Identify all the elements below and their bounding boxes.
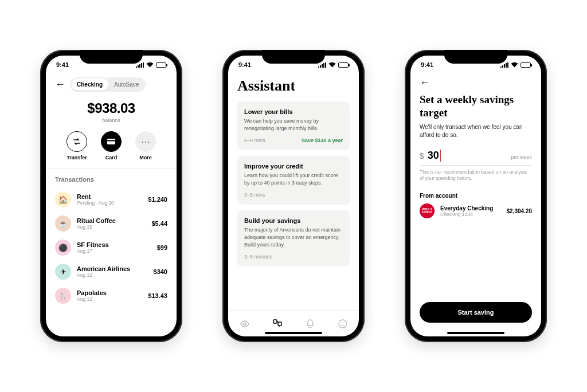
- phone-savings-target: 9:41 ← Set a weekly savings target We'll…: [405, 50, 547, 342]
- transaction-sub: Aug 17: [77, 248, 151, 254]
- home-indicator[interactable]: [265, 332, 322, 334]
- wifi-icon: [328, 62, 336, 68]
- card-time: 6–8 mins: [244, 138, 265, 143]
- transaction-sub: Pending · Aug 20: [77, 200, 142, 206]
- balance-block: $938.03 balance: [55, 100, 167, 123]
- card-icon: [101, 131, 122, 152]
- battery-icon: [521, 62, 531, 68]
- back-arrow-icon[interactable]: ←: [55, 79, 65, 91]
- transaction-row[interactable]: ⚫SF FitnessAug 17$99: [55, 236, 167, 260]
- transaction-icon: ⚫: [55, 240, 71, 256]
- card-desc: Learn how you could lift your credit sco…: [244, 172, 343, 186]
- transaction-name: Papolates: [77, 289, 142, 296]
- card-title: Lower your bills: [244, 108, 343, 115]
- transaction-name: Rent: [77, 193, 142, 200]
- transaction-sub: Aug 12: [77, 296, 142, 302]
- tab-eye-icon[interactable]: [239, 318, 251, 330]
- amount-input-row[interactable]: $ 30 per week: [420, 150, 532, 166]
- transaction-icon: ☕: [55, 215, 71, 232]
- savings-subtitle: We'll only transact when we feel you can…: [420, 123, 532, 139]
- account-balance: $2,304.20: [507, 208, 533, 214]
- back-arrow-icon[interactable]: ←: [420, 77, 430, 89]
- signal-icon: [318, 62, 326, 68]
- card-desc: We can help you save money by renegotiat…: [244, 117, 343, 132]
- battery-icon: [156, 62, 166, 68]
- transaction-amount: $13.43: [148, 292, 167, 299]
- account-row[interactable]: WELLS FARGO Everyday Checking Checking 1…: [420, 203, 532, 218]
- svg-rect-4: [278, 322, 281, 326]
- svg-rect-3: [273, 320, 277, 323]
- transaction-name: American Airlines: [77, 265, 148, 272]
- action-card[interactable]: Card: [101, 131, 122, 160]
- action-card-label: Card: [105, 155, 118, 160]
- status-time: 9:41: [421, 61, 433, 68]
- transaction-row[interactable]: ☕Ritual CoffeeAug 19$5.44: [55, 211, 167, 236]
- account-name: Everyday Checking: [440, 205, 501, 211]
- action-more[interactable]: ⋯ More: [135, 131, 156, 160]
- transaction-icon: 🍴: [55, 288, 71, 304]
- transaction-row[interactable]: 🍴PapolatesAug 12$13.43: [55, 284, 167, 308]
- account-sub: Checking 1234: [440, 211, 501, 217]
- transaction-icon: ✈︎: [55, 264, 71, 280]
- notch: [444, 50, 507, 64]
- action-more-label: More: [139, 155, 152, 160]
- savings-title: Set a weekly savings target: [420, 93, 532, 120]
- card-title: Build your savings: [244, 217, 343, 224]
- phone-assistant: 9:41 Assistant Lower your billsWe can he…: [222, 50, 365, 342]
- tab-assistant-icon[interactable]: [272, 318, 283, 330]
- tab-bell-icon[interactable]: [304, 318, 316, 330]
- assistant-card[interactable]: Lower your billsWe can help you save mon…: [237, 101, 350, 150]
- wifi-icon: [511, 62, 518, 68]
- transaction-amount: $340: [154, 268, 167, 275]
- balance-amount: $938.03: [55, 100, 167, 116]
- transaction-amount: $1,240: [148, 196, 167, 203]
- balance-label: balance: [55, 117, 167, 123]
- assistant-card[interactable]: Build your savingsThe majority of Americ…: [237, 210, 350, 266]
- period-label: per week: [511, 154, 532, 160]
- status-time: 9:41: [56, 61, 69, 68]
- phone-checking: 9:41 ← Checking AutoSave $938.03 balance: [40, 50, 182, 342]
- transactions-title: Transactions: [55, 176, 167, 183]
- recommendation-hint: This is our recommendation based on an a…: [420, 169, 532, 183]
- status-time: 9:41: [238, 61, 251, 68]
- card-title: Improve your credit: [244, 163, 343, 170]
- tab-autosave[interactable]: AutoSave: [108, 79, 144, 91]
- svg-point-5: [339, 320, 347, 328]
- currency-symbol: $: [420, 151, 424, 160]
- start-saving-button[interactable]: Start saving: [420, 302, 532, 323]
- transaction-sub: Aug 12: [77, 272, 148, 278]
- card-time: 3–5 minutes: [244, 254, 272, 260]
- transaction-name: Ritual Coffee: [77, 217, 146, 224]
- divider: [46, 168, 177, 169]
- notch: [262, 50, 325, 64]
- transaction-icon: 🏠: [55, 191, 71, 207]
- svg-rect-1: [107, 140, 115, 142]
- home-indicator[interactable]: [447, 332, 504, 334]
- from-account-label: From account: [420, 193, 532, 199]
- wifi-icon: [146, 62, 154, 68]
- more-icon: ⋯: [135, 131, 156, 152]
- card-save: Save $140 a year: [302, 138, 343, 143]
- battery-icon: [338, 62, 349, 68]
- amount-value[interactable]: 30: [428, 150, 441, 162]
- assistant-card[interactable]: Improve your creditLearn how you could l…: [237, 156, 350, 205]
- transaction-amount: $5.44: [151, 220, 167, 227]
- action-transfer-label: Transfer: [66, 155, 87, 160]
- bank-logo-icon: WELLS FARGO: [420, 203, 435, 218]
- card-time: 3–5 mins: [244, 192, 265, 198]
- account-tab-bar: Checking AutoSave: [70, 77, 146, 92]
- svg-point-2: [244, 323, 246, 325]
- svg-point-6: [341, 322, 342, 323]
- action-transfer[interactable]: Transfer: [66, 131, 87, 160]
- assistant-title: Assistant: [237, 77, 350, 95]
- transaction-amount: $99: [157, 244, 167, 251]
- transaction-sub: Aug 19: [77, 224, 146, 230]
- svg-rect-0: [107, 139, 115, 144]
- tab-checking[interactable]: Checking: [71, 79, 108, 91]
- tab-face-icon[interactable]: [337, 318, 349, 330]
- transaction-row[interactable]: ✈︎American AirlinesAug 12$340: [55, 260, 167, 284]
- card-desc: The majority of Americans do not maintai…: [244, 226, 343, 248]
- transaction-row[interactable]: 🏠RentPending · Aug 20$1,240: [55, 187, 167, 211]
- notch: [80, 50, 143, 64]
- transaction-name: SF Fitness: [77, 241, 151, 248]
